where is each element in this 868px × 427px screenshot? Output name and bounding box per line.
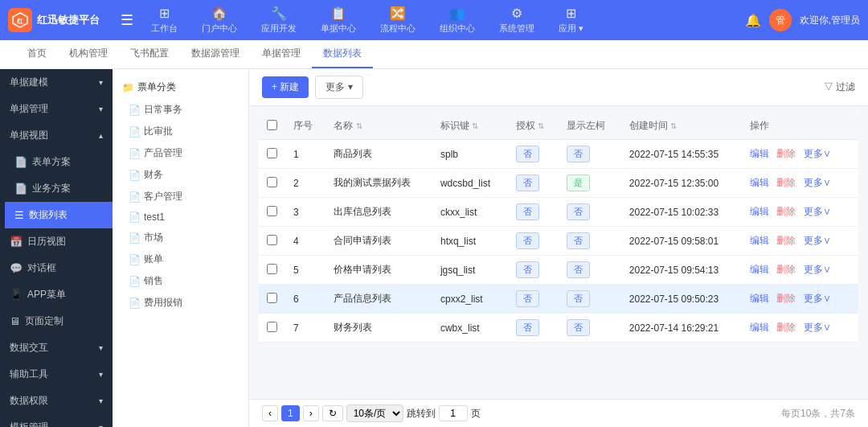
row-actions: 编辑 删除 更多∨ — [742, 314, 858, 343]
tab-data-list[interactable]: 数据列表 — [312, 40, 373, 68]
sidebar-item-form-management[interactable]: 单据管理▾ — [0, 96, 113, 122]
edit-action[interactable]: 编辑 — [750, 177, 769, 188]
page-prev-button[interactable]: ‹ — [262, 405, 278, 421]
row-checkbox[interactable] — [267, 177, 277, 187]
more-action[interactable]: 更多∨ — [804, 148, 831, 159]
row-checkbox[interactable] — [267, 264, 277, 274]
page-next-button[interactable]: › — [303, 405, 319, 421]
row-checkbox[interactable] — [267, 235, 277, 245]
select-all-checkbox[interactable] — [267, 120, 277, 130]
nav-system[interactable]: ⚙系统管理 — [488, 1, 546, 39]
edit-action[interactable]: 编辑 — [750, 322, 769, 333]
row-checkbox[interactable] — [267, 148, 277, 158]
page-jump-input[interactable] — [439, 405, 468, 421]
row-auth: 否 — [508, 285, 559, 314]
filter-button[interactable]: ▽ 过滤 — [824, 80, 855, 94]
tree-node-sales[interactable]: 📄 销售 — [113, 270, 248, 292]
row-checkbox[interactable] — [267, 293, 277, 303]
tree-root[interactable]: 📁 票单分类 — [113, 76, 248, 99]
table-row: 4 合同申请列表 htxq_list 否 否 2022-07-15 09:58:… — [259, 227, 858, 256]
new-button[interactable]: + 新建 — [262, 76, 309, 98]
sidebar-item-form-modeling[interactable]: 单据建模▾ — [0, 69, 113, 96]
tree-node-market[interactable]: 📄 市场 — [113, 227, 248, 248]
sort-icon[interactable]: ⇅ — [670, 121, 677, 130]
sidebar-item-page-custom[interactable]: 🖥 页面定制 — [0, 308, 113, 335]
row-display: 否 — [559, 314, 621, 343]
sidebar-item-template-mgr[interactable]: 模板管理▾ — [0, 414, 113, 427]
chevron-down-icon: ▾ — [99, 423, 103, 427]
greeting-text: 欢迎你,管理员 — [800, 14, 860, 27]
sidebar-item-data-table[interactable]: ☰ 数据列表 — [5, 202, 113, 228]
nav-portal[interactable]: 🏠门户中心 — [190, 1, 248, 39]
tree-node-daily[interactable]: 📄 日常事务 — [113, 99, 248, 121]
more-button[interactable]: 更多 ▾ — [315, 76, 362, 99]
page-1-button[interactable]: 1 — [281, 405, 300, 421]
row-seq: 1 — [285, 140, 326, 169]
more-action[interactable]: 更多∨ — [804, 235, 831, 246]
auth-tag: 否 — [516, 203, 539, 220]
delete-action[interactable]: 删除 — [776, 206, 796, 217]
edit-action[interactable]: 编辑 — [750, 235, 769, 246]
tree-node-product-mgr[interactable]: 📄 产品管理 — [113, 142, 248, 164]
tree-node-expense[interactable]: 📄 费用报销 — [113, 292, 248, 314]
row-tag: wdcsbd_list — [432, 169, 508, 198]
delete-action[interactable]: 删除 — [776, 235, 796, 246]
sidebar-item-form-view[interactable]: 单据视图▴ — [0, 122, 113, 149]
more-action[interactable]: 更多∨ — [804, 177, 831, 188]
delete-action[interactable]: 删除 — [776, 322, 796, 333]
row-actions: 编辑 删除 更多∨ — [742, 227, 858, 256]
edit-action[interactable]: 编辑 — [750, 148, 769, 159]
delete-action[interactable]: 删除 — [776, 264, 796, 275]
sort-icon[interactable]: ⇅ — [356, 121, 362, 130]
edit-action[interactable]: 编辑 — [750, 206, 769, 217]
file-icon: 📄 — [129, 191, 141, 203]
nav-org[interactable]: 👥组织中心 — [428, 1, 486, 39]
sidebar-item-calendar-view[interactable]: 📅 日历视图 — [0, 228, 113, 255]
sidebar-item-biz-plan[interactable]: 📄 业务方案 — [5, 175, 113, 202]
row-checkbox[interactable] — [267, 206, 277, 216]
tree-node-invoice[interactable]: 📄 账单 — [113, 248, 248, 270]
tree-node-test1[interactable]: 📄 test1 — [113, 207, 248, 227]
edit-action[interactable]: 编辑 — [750, 293, 769, 304]
row-checkbox[interactable] — [267, 322, 277, 332]
delete-action[interactable]: 删除 — [776, 148, 796, 159]
tab-form-manage[interactable]: 单据管理 — [251, 40, 312, 68]
hamburger-icon[interactable]: ☰ — [121, 11, 133, 29]
per-page-select[interactable]: 10条/页 20条/页 50条/页 — [346, 404, 403, 422]
sidebar-item-tools[interactable]: 辅助工具▾ — [0, 361, 113, 388]
row-display: 否 — [559, 256, 621, 285]
tree-node-finance[interactable]: 📄 财务 — [113, 164, 248, 186]
sidebar-item-data-exchange[interactable]: 数据交互▾ — [0, 335, 113, 361]
nav-appdev[interactable]: 🔧应用开发 — [250, 1, 308, 39]
sidebar-item-data-perm[interactable]: 数据权限▾ — [0, 388, 113, 414]
tab-data-manage[interactable]: 数据源管理 — [180, 40, 251, 68]
delete-action[interactable]: 删除 — [776, 177, 796, 188]
tab-fly[interactable]: 飞书配置 — [119, 40, 180, 68]
nav-flow[interactable]: 🔀流程中心 — [369, 1, 427, 39]
sort-icon[interactable]: ⇅ — [538, 121, 544, 130]
edit-action[interactable]: 编辑 — [750, 264, 769, 275]
chat-icon: 💬 — [10, 262, 23, 274]
nav-worktable[interactable]: ⊞工作台 — [140, 1, 189, 39]
page-label: 页 — [471, 407, 481, 421]
nav-apps[interactable]: ⊞应用 ▾ — [547, 1, 595, 39]
row-name: 合同申请列表 — [326, 227, 432, 256]
more-action[interactable]: 更多∨ — [804, 322, 831, 333]
more-action[interactable]: 更多∨ — [804, 293, 831, 304]
sidebar-item-app-menu[interactable]: 📱 APP菜单 — [0, 281, 113, 308]
refresh-button[interactable]: ↻ — [322, 405, 343, 421]
tab-home[interactable]: 首页 — [16, 40, 58, 68]
delete-action[interactable]: 删除 — [776, 293, 796, 304]
tree-node-customer[interactable]: 📄 客户管理 — [113, 186, 248, 207]
chevron-up-icon: ▴ — [99, 131, 103, 140]
nav-form[interactable]: 📋单据中心 — [309, 1, 367, 39]
more-action[interactable]: 更多∨ — [804, 264, 831, 275]
sidebar-item-table-plan[interactable]: 📄 表单方案 — [5, 149, 113, 175]
sort-icon[interactable]: ⇅ — [472, 121, 478, 130]
tab-org[interactable]: 机构管理 — [58, 40, 119, 68]
sidebar-item-dialog[interactable]: 💬 对话框 — [0, 255, 113, 281]
tree-node-compare[interactable]: 📄 比审批 — [113, 121, 248, 142]
nav-right: 🔔 管 欢迎你,管理员 — [745, 9, 860, 31]
more-action[interactable]: 更多∨ — [804, 206, 831, 217]
bell-icon[interactable]: 🔔 — [745, 13, 761, 28]
